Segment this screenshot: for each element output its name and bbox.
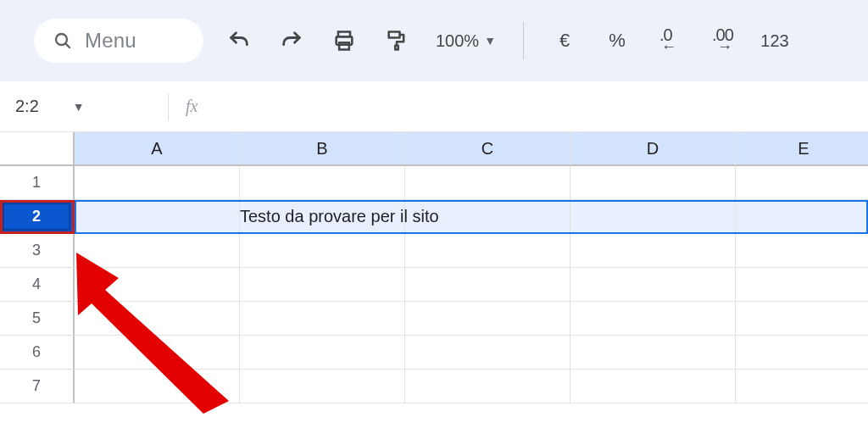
svg-rect-5	[389, 32, 400, 38]
increase-decimal-icon: .00 →	[705, 27, 739, 54]
cell-A5[interactable]	[75, 302, 240, 336]
fx-icon: fx	[186, 97, 198, 116]
cell-B4[interactable]	[240, 268, 405, 302]
cell-E2[interactable]	[736, 200, 868, 234]
select-all-corner[interactable]	[0, 132, 75, 166]
row-2: 2 Testo da provare per il sito	[0, 200, 868, 234]
currency-format-button[interactable]: €	[548, 30, 581, 52]
increase-decimal-button[interactable]: .00 →	[705, 27, 739, 54]
cell-B2-value: Testo da provare per il sito	[240, 207, 439, 226]
row-7: 7	[0, 370, 868, 403]
cell-A3[interactable]	[75, 234, 240, 268]
paint-format-button[interactable]	[380, 24, 414, 58]
cell-D7[interactable]	[570, 370, 736, 403]
cell-D6[interactable]	[570, 336, 736, 370]
cell-B5[interactable]	[240, 302, 405, 336]
col-header-C[interactable]: C	[405, 132, 570, 166]
toolbar-separator	[523, 22, 524, 59]
column-header-row: A B C D E	[0, 132, 868, 166]
row-header-2[interactable]: 2	[0, 200, 75, 234]
cell-C6[interactable]	[405, 336, 570, 370]
cell-E5[interactable]	[736, 302, 868, 336]
cell-A7[interactable]	[75, 370, 240, 403]
cell-E7[interactable]	[736, 370, 868, 403]
cell-E6[interactable]	[736, 336, 868, 370]
row-3: 3	[0, 234, 868, 268]
decrease-decimal-button[interactable]: .0 ←	[653, 27, 687, 54]
cell-C7[interactable]	[405, 370, 570, 403]
cell-C4[interactable]	[405, 268, 570, 302]
row-4: 4	[0, 268, 868, 302]
cell-B7[interactable]	[240, 370, 405, 403]
row-header-3[interactable]: 3	[0, 234, 75, 268]
col-header-A[interactable]: A	[75, 132, 240, 166]
row-1: 1	[0, 166, 868, 200]
cell-D2[interactable]	[570, 200, 736, 234]
row-header-4[interactable]: 4	[0, 268, 75, 302]
row-header-5[interactable]: 5	[0, 302, 75, 336]
cell-B1[interactable]	[240, 166, 405, 200]
decrease-decimal-icon: .0 ←	[653, 27, 687, 54]
zoom-dropdown[interactable]: 100% ▼	[432, 31, 499, 51]
row-header-1[interactable]: 1	[0, 166, 75, 200]
toolbar: Menu 100% ▼ € % .0 ← .00 → 123	[0, 0, 868, 81]
cell-A6[interactable]	[75, 336, 240, 370]
name-box[interactable]: 2:2 ▼	[15, 97, 151, 116]
caret-down-icon: ▼	[73, 100, 85, 114]
cell-C1[interactable]	[405, 166, 570, 200]
cell-C3[interactable]	[405, 234, 570, 268]
svg-line-1	[65, 43, 70, 47]
cell-E1[interactable]	[736, 166, 868, 200]
cell-D4[interactable]	[570, 268, 736, 302]
col-header-B[interactable]: B	[240, 132, 405, 166]
col-header-E[interactable]: E	[736, 132, 868, 166]
separator	[168, 93, 169, 120]
formula-bar: 2:2 ▼ fx	[0, 81, 868, 132]
cell-D5[interactable]	[570, 302, 736, 336]
undo-button[interactable]	[222, 24, 256, 58]
cell-A2[interactable]	[75, 200, 240, 234]
caret-down-icon: ▼	[484, 34, 496, 47]
col-header-D[interactable]: D	[570, 132, 736, 166]
name-box-value: 2:2	[15, 97, 39, 116]
search-icon	[53, 31, 73, 51]
svg-rect-4	[339, 42, 349, 49]
row-5: 5	[0, 302, 868, 336]
row-header-7[interactable]: 7	[0, 370, 75, 403]
cell-D1[interactable]	[570, 166, 736, 200]
cell-B6[interactable]	[240, 336, 405, 370]
cell-D3[interactable]	[570, 234, 736, 268]
cell-B2[interactable]: Testo da provare per il sito	[240, 200, 405, 234]
cell-B3[interactable]	[240, 234, 405, 268]
redo-button[interactable]	[275, 24, 309, 58]
row-header-6[interactable]: 6	[0, 336, 75, 370]
spreadsheet-grid: A B C D E 1 2 Testo da provare per il si…	[0, 132, 868, 403]
cell-E3[interactable]	[736, 234, 868, 268]
menu-search[interactable]: Menu	[34, 19, 203, 63]
cell-A4[interactable]	[75, 268, 240, 302]
percent-format-button[interactable]: %	[600, 30, 634, 52]
cell-C5[interactable]	[405, 302, 570, 336]
svg-rect-6	[395, 46, 398, 50]
cell-A1[interactable]	[75, 166, 240, 200]
cell-E4[interactable]	[736, 268, 868, 302]
zoom-value: 100%	[436, 31, 479, 51]
more-formats-button[interactable]: 123	[758, 31, 792, 51]
menu-placeholder: Menu	[85, 29, 136, 53]
row-6: 6	[0, 336, 868, 370]
print-button[interactable]	[327, 24, 361, 58]
